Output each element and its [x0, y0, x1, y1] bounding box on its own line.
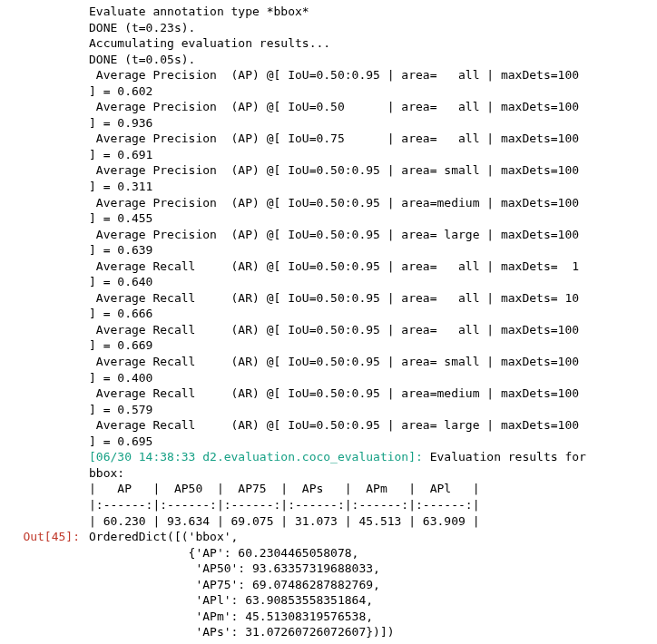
stream-line: Average Precision (AP) @[ IoU=0.50 | are… [89, 100, 579, 113]
stream-line: ] = 0.602 [89, 84, 152, 98]
stream-line: bbox: [89, 466, 124, 480]
stream-line: | 60.230 | 93.634 | 69.075 | 31.073 | 45… [89, 514, 479, 528]
stream-line: ] = 0.639 [89, 243, 152, 257]
repr-line: 'APs': 31.07260726072607})]) [89, 625, 395, 639]
stream-line: ] = 0.311 [89, 180, 152, 193]
stream-line: | AP | AP50 | AP75 | APs | APm | APl | [89, 482, 479, 495]
repr-line: 'APl': 63.90853558351864, [89, 593, 373, 607]
repr-line: 'AP75': 69.07486287882769, [89, 578, 380, 591]
stream-line: DONE (t=0.23s). [89, 21, 195, 34]
stream-line: ] = 0.936 [89, 116, 152, 130]
execute-result-output: OrderedDict([('bbox', {'AP': 60.23044650… [89, 529, 650, 640]
stream-output: Evaluate annotation type *bbox* DONE (t=… [89, 4, 650, 529]
logger-suffix: Evaluation results for [430, 450, 586, 463]
stream-output-cell: Evaluate annotation type *bbox* DONE (t=… [7, 4, 650, 529]
logger-prefix: [06/30 14:38:33 d2.evaluation.coco_evalu… [89, 450, 430, 463]
stream-line: ] = 0.666 [89, 307, 152, 320]
stream-line: Average Precision (AP) @[ IoU=0.50:0.95 … [89, 196, 579, 210]
stream-line: Evaluate annotation type *bbox* [89, 5, 309, 18]
out-prompt: Out[45]: [7, 529, 89, 545]
stream-line: ] = 0.455 [89, 211, 152, 225]
repr-line: OrderedDict([('bbox', [89, 530, 238, 543]
stream-line: ] = 0.695 [89, 434, 152, 448]
notebook-output-area: Evaluate annotation type *bbox* DONE (t=… [0, 0, 657, 644]
stream-line: Average Recall (AR) @[ IoU=0.50:0.95 | a… [89, 323, 579, 337]
stream-line: ] = 0.691 [89, 148, 152, 161]
stream-line: ] = 0.579 [89, 403, 152, 416]
repr-line: 'APm': 45.51308319576538, [89, 610, 373, 623]
stream-line: Average Precision (AP) @[ IoU=0.50:0.95 … [89, 228, 579, 241]
stream-line: Average Recall (AR) @[ IoU=0.50:0.95 | a… [89, 259, 579, 273]
stream-line: Average Recall (AR) @[ IoU=0.50:0.95 | a… [89, 418, 579, 432]
stream-line: Accumulating evaluation results... [89, 36, 330, 50]
stream-line: Average Recall (AR) @[ IoU=0.50:0.95 | a… [89, 355, 579, 368]
stream-line: Average Precision (AP) @[ IoU=0.50:0.95 … [89, 163, 579, 177]
stream-line: Average Precision (AP) @[ IoU=0.75 | are… [89, 132, 579, 145]
stream-line: ] = 0.400 [89, 371, 152, 385]
execute-result-cell: Out[45]: OrderedDict([('bbox', {'AP': 60… [7, 529, 650, 640]
stream-line: ] = 0.640 [89, 275, 152, 288]
stream-line: Average Recall (AR) @[ IoU=0.50:0.95 | a… [89, 386, 579, 400]
stream-line: DONE (t=0.05s). [89, 53, 195, 66]
stream-line: ] = 0.669 [89, 338, 152, 352]
stream-line: Average Precision (AP) @[ IoU=0.50:0.95 … [89, 68, 579, 82]
repr-line: {'AP': 60.2304465058078, [89, 546, 358, 560]
stream-line: Average Recall (AR) @[ IoU=0.50:0.95 | a… [89, 291, 579, 305]
stream-line: |:------:|:------:|:------:|:------:|:--… [89, 498, 479, 512]
repr-line: 'AP50': 93.63357319688033, [89, 561, 380, 575]
